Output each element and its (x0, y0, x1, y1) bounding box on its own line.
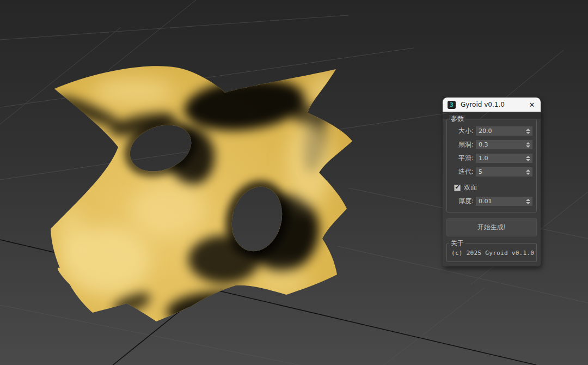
spinner-up-icon[interactable] (526, 129, 530, 131)
parameters-group: 参数 大小: 20.0 黑洞: 0.3 (446, 119, 537, 212)
dialog-titlebar[interactable]: 3 Gyroid v0.1.0 ✕ (443, 98, 541, 112)
size-value: 20.0 (479, 127, 492, 135)
smooth-label: 平滑: (458, 154, 474, 163)
thickness-value: 0.01 (479, 198, 492, 205)
generate-button[interactable]: 开始生成! (446, 218, 537, 236)
smooth-row: 平滑: 1.0 (451, 154, 532, 163)
spinner-up-icon[interactable] (526, 142, 530, 144)
copyright-text: (c) 2025 Gyroid v0.1.0 (451, 250, 534, 257)
blackhole-value: 0.3 (479, 141, 488, 148)
spinner-up-icon[interactable] (526, 169, 530, 172)
spinner-down-icon[interactable] (526, 145, 530, 148)
spinner-up-icon[interactable] (526, 199, 530, 201)
close-icon: ✕ (529, 101, 535, 108)
iterations-row: 迭代: 5 (451, 167, 532, 177)
dialog-title: Gyroid v0.1.0 (461, 101, 505, 108)
iterations-input[interactable]: 5 (476, 167, 532, 177)
spinner-down-icon[interactable] (526, 132, 530, 134)
smooth-input[interactable]: 1.0 (476, 154, 532, 163)
3dsmax-app-icon: 3 (448, 101, 456, 109)
parameters-group-label: 参数 (449, 115, 465, 123)
size-label: 大小: (458, 126, 474, 136)
double-sided-label: 双面 (464, 183, 477, 192)
smooth-value: 1.0 (479, 155, 488, 162)
iterations-value: 5 (479, 168, 482, 175)
spinner-down-icon[interactable] (526, 173, 530, 175)
about-group: 关于 (c) 2025 Gyroid v0.1.0 (446, 243, 537, 262)
iterations-label: 迭代: (458, 167, 474, 177)
size-input[interactable]: 20.0 (476, 126, 532, 136)
spinner-down-icon[interactable] (526, 159, 530, 161)
blackhole-input[interactable]: 0.3 (476, 140, 532, 149)
blackhole-label: 黑洞: (458, 140, 474, 149)
gyroid-dialog: 3 Gyroid v0.1.0 ✕ 参数 大小: 20.0 黑洞: (443, 98, 541, 266)
double-sided-row: ✔ 双面 (454, 183, 532, 192)
thickness-input[interactable]: 0.01 (476, 197, 532, 206)
dialog-body: 参数 大小: 20.0 黑洞: 0.3 (443, 119, 541, 266)
spinner-up-icon[interactable] (526, 156, 530, 158)
spinner-down-icon[interactable] (526, 202, 530, 204)
size-row: 大小: 20.0 (451, 126, 532, 136)
thickness-label: 厚度: (458, 197, 474, 206)
thickness-row: 厚度: 0.01 (451, 197, 532, 206)
about-group-label: 关于 (449, 239, 465, 247)
blackhole-row: 黑洞: 0.3 (451, 140, 532, 149)
double-sided-checkbox[interactable]: ✔ (454, 185, 461, 191)
check-icon: ✔ (455, 184, 460, 190)
close-button[interactable]: ✕ (523, 98, 541, 112)
